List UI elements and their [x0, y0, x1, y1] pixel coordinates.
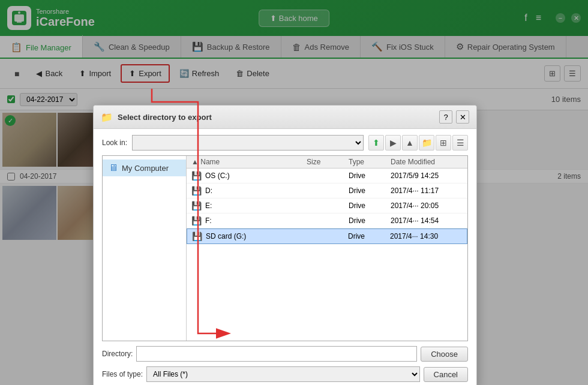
file-date-f: 2017/4··· 14:54: [391, 216, 463, 225]
file-type-d: Drive: [349, 187, 391, 195]
drive-icon-sd: 💾: [192, 231, 202, 241]
computer-icon: 🖥: [109, 163, 118, 173]
file-browser: 🖥 My Computer ▲ Name Size Type Date Modi…: [102, 155, 468, 341]
nav-list-view[interactable]: ☰: [452, 135, 468, 151]
file-type-e: Drive: [349, 201, 391, 210]
folder-tree: 🖥 My Computer: [103, 156, 187, 341]
nav-up-green[interactable]: ⬆: [368, 135, 384, 151]
directory-row: Directory: Choose: [102, 346, 468, 362]
directory-input[interactable]: [136, 346, 417, 362]
look-in-label: Look in:: [102, 139, 127, 147]
drive-icon-c: 💾: [191, 171, 202, 181]
file-name-sd: SD card (G:): [206, 232, 306, 240]
col-date: Date Modified: [391, 158, 463, 166]
file-type-f: Drive: [349, 216, 391, 225]
look-in-row: Look in: ⬆ ▶ ▲ 📁 ⊞ ☰: [102, 135, 468, 151]
dialog-help-button[interactable]: ?: [439, 110, 452, 124]
drive-icon-e: 💾: [191, 201, 202, 210]
dialog-folder-icon: 📁: [101, 112, 113, 123]
dialog-title: Select directory to export: [118, 113, 439, 122]
nav-up[interactable]: ▲: [402, 135, 418, 151]
file-date-e: 2017/4··· 20:05: [391, 201, 463, 210]
file-type-select[interactable]: All Files (*): [146, 366, 420, 382]
drive-icon-f: 💾: [191, 216, 202, 225]
file-date-sd: 2017/4··· 14:30: [390, 232, 462, 240]
choose-button[interactable]: Choose: [421, 347, 468, 362]
files-of-type-label: Files of type:: [102, 370, 143, 378]
dialog-close-button[interactable]: ✕: [456, 110, 469, 124]
file-date-c: 2017/5/9 14:25: [391, 172, 463, 180]
nav-right[interactable]: ▶: [385, 135, 401, 151]
nav-grid-view[interactable]: ⊞: [436, 135, 451, 151]
nav-buttons: ⬆ ▶ ▲ 📁 ⊞ ☰: [368, 135, 468, 151]
cancel-button[interactable]: Cancel: [424, 367, 468, 382]
drive-icon-d: 💾: [191, 186, 202, 195]
dialog-overlay: 📁 Select directory to export ? ✕ Look in…: [0, 0, 588, 385]
tree-item-my-computer[interactable]: 🖥 My Computer: [103, 160, 186, 176]
file-name-e: E:: [205, 201, 307, 210]
file-date-d: 2017/4··· 11:17: [391, 187, 463, 195]
file-list: ▲ Name Size Type Date Modified 💾 OS (C:)…: [187, 156, 467, 341]
col-size: Size: [307, 158, 349, 166]
col-name: ▲ Name: [191, 158, 307, 166]
dialog-title-bar: 📁 Select directory to export ? ✕: [94, 106, 476, 129]
file-row-c[interactable]: 💾 OS (C:) Drive 2017/5/9 14:25: [187, 169, 467, 184]
directory-label: Directory:: [102, 350, 133, 358]
file-name-c: OS (C:): [205, 172, 307, 180]
export-dialog: 📁 Select directory to export ? ✕ Look in…: [93, 105, 477, 385]
file-row-sd[interactable]: 💾 SD card (G:) Drive 2017/4··· 14:30: [187, 228, 467, 244]
file-name-d: D:: [205, 187, 307, 195]
file-row-d[interactable]: 💾 D: Drive 2017/4··· 11:17: [187, 184, 467, 198]
look-in-select[interactable]: [132, 135, 364, 151]
file-row-f[interactable]: 💾 F: Drive 2017/4··· 14:54: [187, 213, 467, 228]
dialog-title-buttons: ? ✕: [439, 110, 469, 124]
file-list-header: ▲ Name Size Type Date Modified: [187, 156, 467, 169]
tree-item-label: My Computer: [122, 164, 169, 173]
file-name-f: F:: [205, 216, 307, 225]
file-type-sd: Drive: [348, 232, 390, 240]
dialog-body: Look in: ⬆ ▶ ▲ 📁 ⊞ ☰ 🖥: [94, 129, 476, 385]
nav-folder-new[interactable]: 📁: [419, 135, 434, 151]
file-type-row: Files of type: All Files (*) Cancel: [102, 366, 468, 382]
file-row-e[interactable]: 💾 E: Drive 2017/4··· 20:05: [187, 198, 467, 213]
col-type: Type: [349, 158, 391, 166]
file-type-c: Drive: [349, 172, 391, 180]
